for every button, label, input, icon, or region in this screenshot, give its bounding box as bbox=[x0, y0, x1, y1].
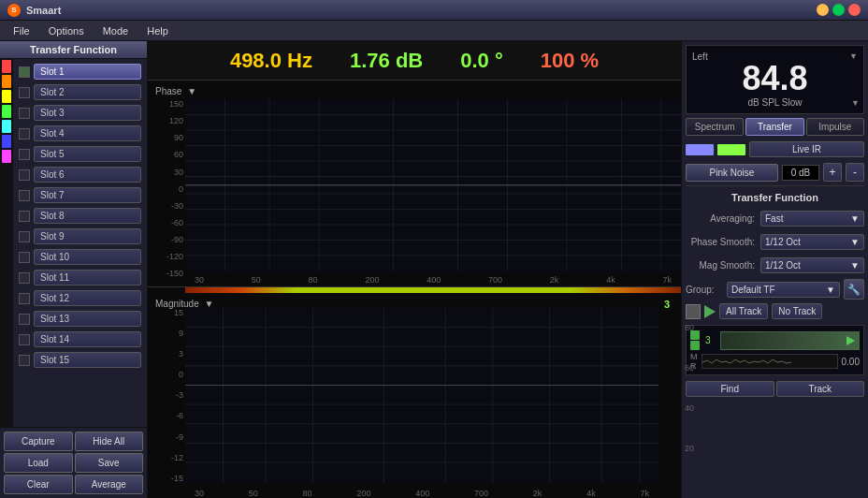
menu-file[interactable]: File bbox=[4, 23, 39, 38]
group-select[interactable]: Default TF ▼ bbox=[727, 282, 840, 298]
slot-item-10[interactable]: Slot 10 bbox=[15, 247, 145, 267]
transfer-mode-button[interactable]: Transfer bbox=[745, 118, 803, 136]
slot-button-8[interactable]: Slot 8 bbox=[34, 208, 141, 224]
slot-checkbox-4[interactable] bbox=[19, 128, 30, 139]
slot-item-14[interactable]: Slot 14 bbox=[15, 330, 145, 349]
slot-item-1[interactable]: Slot 1 bbox=[15, 62, 145, 81]
slot-checkbox-8[interactable] bbox=[19, 211, 30, 222]
spl-unit-dropdown[interactable]: ▼ bbox=[851, 96, 860, 108]
slot-item-3[interactable]: Slot 3 bbox=[15, 103, 145, 123]
mag-smooth-select[interactable]: 1/12 Oct ▼ bbox=[760, 257, 864, 273]
slot-button-5[interactable]: Slot 5 bbox=[34, 146, 141, 162]
wrench-button[interactable]: 🔧 bbox=[844, 279, 864, 300]
db-display: 0 dB bbox=[782, 165, 819, 181]
hide-all-button[interactable]: Hide All bbox=[75, 432, 144, 451]
slot-button-4[interactable]: Slot 4 bbox=[34, 125, 141, 141]
slot-checkbox-13[interactable] bbox=[19, 314, 30, 325]
color-strip-orange bbox=[2, 75, 11, 88]
find-button[interactable]: Find bbox=[686, 381, 774, 397]
live-ir-button[interactable]: Live IR bbox=[749, 141, 864, 157]
slot-checkbox-12[interactable] bbox=[19, 293, 30, 304]
slot-button-9[interactable]: Slot 9 bbox=[34, 228, 141, 244]
clear-button[interactable]: Clear bbox=[4, 475, 73, 494]
phase-dropdown-icon[interactable]: ▼ bbox=[187, 86, 196, 96]
plus-button[interactable]: + bbox=[823, 163, 842, 182]
slot-item-8[interactable]: Slot 8 bbox=[15, 206, 145, 226]
menu-help[interactable]: Help bbox=[137, 23, 178, 38]
slot-list: Slot 1Slot 2Slot 3Slot 4Slot 5Slot 6Slot… bbox=[13, 59, 147, 427]
slot-button-13[interactable]: Slot 13 bbox=[34, 311, 141, 327]
minus-button[interactable]: - bbox=[846, 163, 864, 182]
mode-buttons: Spectrum Transfer Impulse bbox=[686, 118, 864, 136]
phase-value: 0.0 ° bbox=[460, 49, 503, 73]
spectrum-mode-button[interactable]: Spectrum bbox=[686, 118, 744, 136]
slot-button-11[interactable]: Slot 11 bbox=[34, 270, 141, 286]
stop-button[interactable] bbox=[686, 304, 701, 319]
impulse-mode-button[interactable]: Impulse bbox=[806, 118, 864, 136]
slot-checkbox-1[interactable] bbox=[19, 66, 30, 78]
slot-item-9[interactable]: Slot 9 bbox=[15, 227, 145, 246]
no-track-button[interactable]: No Track bbox=[772, 303, 822, 319]
slot-button-7[interactable]: Slot 7 bbox=[34, 187, 141, 203]
group-row: Group: Default TF ▼ 🔧 bbox=[686, 279, 864, 300]
slot-checkbox-7[interactable] bbox=[19, 190, 30, 201]
mr-row: M R 0.00 bbox=[690, 352, 860, 371]
mag-smooth-dropdown-icon: ▼ bbox=[850, 260, 860, 271]
close-button[interactable] bbox=[848, 4, 861, 16]
slot-item-6[interactable]: Slot 6 bbox=[15, 165, 145, 184]
phase-smooth-select[interactable]: 1/12 Oct ▼ bbox=[760, 234, 864, 250]
play-button[interactable] bbox=[704, 305, 716, 318]
slot-checkbox-11[interactable] bbox=[19, 272, 30, 284]
slot-checkbox-2[interactable] bbox=[19, 87, 30, 98]
slot-item-15[interactable]: Slot 15 bbox=[15, 350, 145, 370]
menu-bar: File Options Mode Help bbox=[0, 21, 868, 41]
color-strip-purple bbox=[2, 150, 11, 163]
slot-checkbox-3[interactable] bbox=[19, 108, 30, 119]
slot-item-7[interactable]: Slot 7 bbox=[15, 185, 145, 205]
load-button[interactable]: Load bbox=[4, 453, 73, 473]
averaging-select[interactable]: Fast ▼ bbox=[760, 211, 864, 227]
track-play-icon[interactable] bbox=[846, 336, 855, 345]
track-button[interactable]: Track bbox=[776, 381, 865, 397]
maximize-button[interactable] bbox=[832, 4, 845, 16]
magnitude-canvas bbox=[185, 308, 658, 484]
slot-checkbox-10[interactable] bbox=[19, 252, 30, 263]
slot-button-14[interactable]: Slot 14 bbox=[34, 331, 141, 347]
find-row: Find Track bbox=[686, 381, 864, 397]
color-scroll-strip bbox=[0, 59, 13, 427]
slot-button-10[interactable]: Slot 10 bbox=[34, 249, 141, 265]
color-box-green bbox=[717, 144, 745, 155]
slot-button-15[interactable]: Slot 15 bbox=[34, 352, 141, 368]
average-button[interactable]: Average bbox=[75, 475, 144, 494]
divider1 bbox=[686, 185, 864, 186]
slot-button-3[interactable]: Slot 3 bbox=[34, 105, 141, 121]
slot-button-12[interactable]: Slot 12 bbox=[34, 290, 141, 306]
menu-options[interactable]: Options bbox=[39, 23, 94, 38]
slot-checkbox-6[interactable] bbox=[19, 169, 30, 181]
menu-mode[interactable]: Mode bbox=[94, 23, 138, 38]
left-panel-title: Transfer Function bbox=[0, 41, 147, 59]
slot-item-2[interactable]: Slot 2 bbox=[15, 82, 145, 102]
slot-checkbox-5[interactable] bbox=[19, 149, 30, 160]
slot-checkbox-15[interactable] bbox=[19, 355, 30, 366]
db-value: 1.76 dB bbox=[350, 49, 423, 73]
slot-item-11[interactable]: Slot 11 bbox=[15, 268, 145, 287]
app-title: Smaart bbox=[26, 5, 817, 16]
slot-button-6[interactable]: Slot 6 bbox=[34, 167, 141, 183]
slot-item-4[interactable]: Slot 4 bbox=[15, 124, 145, 143]
slot-item-12[interactable]: Slot 12 bbox=[15, 288, 145, 308]
phase-smooth-dropdown-icon: ▼ bbox=[850, 237, 860, 247]
minimize-button[interactable] bbox=[817, 4, 829, 16]
spl-dropdown-arrow[interactable]: ▼ bbox=[849, 51, 858, 61]
save-button[interactable]: Save bbox=[75, 453, 144, 473]
capture-button[interactable]: Capture bbox=[4, 432, 73, 451]
slot-button-2[interactable]: Slot 2 bbox=[34, 84, 141, 100]
averaging-row: Averaging: Fast ▼ bbox=[686, 211, 864, 227]
all-track-button[interactable]: All Track bbox=[719, 303, 768, 319]
slot-button-1[interactable]: Slot 1 bbox=[34, 64, 141, 80]
pink-noise-button[interactable]: Pink Noise bbox=[686, 164, 778, 182]
slot-checkbox-14[interactable] bbox=[19, 334, 30, 345]
slot-item-5[interactable]: Slot 5 bbox=[15, 144, 145, 164]
slot-item-13[interactable]: Slot 13 bbox=[15, 309, 145, 329]
slot-checkbox-9[interactable] bbox=[19, 231, 30, 242]
